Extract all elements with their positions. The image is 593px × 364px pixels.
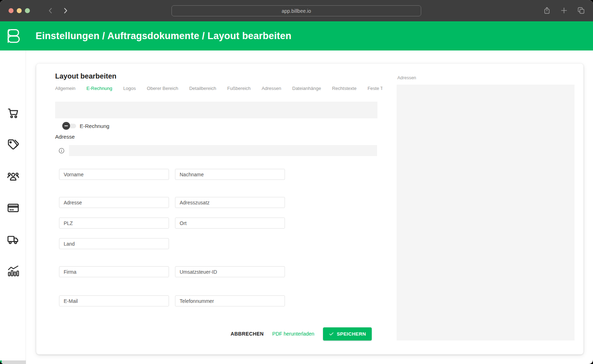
- tag-icon: [6, 138, 20, 151]
- tab-overview-icon[interactable]: [577, 6, 585, 15]
- document-preview-area: [397, 85, 575, 341]
- sidebar-item-payments[interactable]: [0, 198, 26, 218]
- tab-rechtstexte[interactable]: Rechtstexte: [332, 86, 356, 91]
- adresszusatz-field[interactable]: [175, 197, 285, 208]
- tab-detailbereich[interactable]: Detailbereich: [189, 86, 216, 91]
- browser-window: app.billbee.io: [0, 0, 593, 364]
- billbee-logo-icon[interactable]: [5, 28, 22, 44]
- close-window-button[interactable]: [9, 8, 14, 13]
- tab-bar: Allgemein E-Rechnung Logos Oberer Bereic…: [55, 86, 382, 91]
- tab-e-rechnung[interactable]: E-Rechnung: [86, 86, 112, 91]
- email-field[interactable]: [59, 295, 169, 306]
- sidebar-item-orders[interactable]: [0, 103, 26, 123]
- app-header: Einstellungen / Auftragsdokumente / Layo…: [0, 21, 593, 50]
- address-template-input[interactable]: [69, 145, 377, 156]
- forward-chevron-icon[interactable]: [61, 6, 70, 15]
- ort-field[interactable]: [175, 218, 285, 229]
- address-template-row: [58, 145, 377, 156]
- info-icon[interactable]: [58, 148, 65, 154]
- tab-oberer-bereich[interactable]: Oberer Bereich: [147, 86, 178, 91]
- address-section-label: Adresse: [55, 134, 75, 140]
- check-icon: [329, 331, 334, 337]
- layout-editor-card: Layout bearbeiten Allgemein E-Rechnung L…: [36, 64, 583, 354]
- e-rechnung-toggle-row: E-Rechnung: [62, 122, 109, 130]
- telefonnummer-field[interactable]: [175, 295, 285, 306]
- preview-panel-label: Adressen: [397, 75, 416, 80]
- tab-logos[interactable]: Logos: [123, 86, 136, 91]
- adresse-field[interactable]: [59, 197, 169, 208]
- url-text: app.billbee.io: [282, 8, 311, 14]
- tab-dateianhaenge[interactable]: Dateianhänge: [292, 86, 321, 91]
- abbrechen-button[interactable]: ABBRECHEN: [231, 331, 264, 337]
- bar-chart-icon: [6, 264, 20, 278]
- sidebar-item-reports[interactable]: [0, 261, 26, 281]
- address-fields-form: [59, 169, 322, 306]
- editor-toolbar-placeholder: [55, 102, 377, 118]
- card-title: Layout bearbeiten: [55, 72, 116, 80]
- pdf-herunterladen-button[interactable]: PDF herunterladen: [272, 331, 314, 337]
- credit-card-icon: [6, 201, 20, 215]
- page-breadcrumb-title: Einstellungen / Auftragsdokumente / Layo…: [36, 31, 291, 42]
- sidebar-item-settings[interactable]: [0, 360, 26, 364]
- speichern-button[interactable]: SPEICHERN: [323, 327, 372, 341]
- plz-field[interactable]: [59, 218, 169, 229]
- sidebar: [0, 50, 26, 364]
- traffic-lights: [9, 8, 30, 13]
- toggle-minus-thumb: [62, 122, 70, 130]
- new-tab-plus-icon[interactable]: [560, 6, 568, 15]
- umsatzsteuer-id-field[interactable]: [175, 266, 285, 277]
- zoom-window-button[interactable]: [25, 8, 30, 13]
- sidebar-item-products[interactable]: [0, 135, 26, 155]
- minimize-window-button[interactable]: [17, 8, 22, 13]
- toggle-label: E-Rechnung: [80, 123, 109, 129]
- back-chevron-icon[interactable]: [46, 6, 55, 15]
- tab-adressen[interactable]: Adressen: [262, 86, 281, 91]
- share-icon[interactable]: [543, 6, 551, 15]
- sidebar-item-customers[interactable]: [0, 166, 26, 186]
- form-actions: ABBRECHEN PDF herunterladen SPEICHERN: [55, 327, 372, 341]
- land-field[interactable]: [59, 238, 169, 249]
- nachname-field[interactable]: [175, 169, 285, 180]
- firma-field[interactable]: [59, 266, 169, 277]
- speichern-label: SPEICHERN: [337, 331, 366, 337]
- tab-feste-texte[interactable]: Feste Texte: [367, 86, 382, 91]
- e-rechnung-toggle[interactable]: [62, 122, 76, 130]
- users-icon: [6, 170, 20, 183]
- url-bar[interactable]: app.billbee.io: [171, 5, 421, 16]
- tab-allgemein[interactable]: Allgemein: [55, 86, 75, 91]
- vorname-field[interactable]: [59, 169, 169, 180]
- tab-fussbereich[interactable]: Fußbereich: [227, 86, 251, 91]
- cart-icon: [6, 106, 20, 120]
- truck-icon: [6, 233, 20, 246]
- sidebar-item-shipping[interactable]: [0, 230, 26, 250]
- browser-chrome: app.billbee.io: [0, 0, 593, 21]
